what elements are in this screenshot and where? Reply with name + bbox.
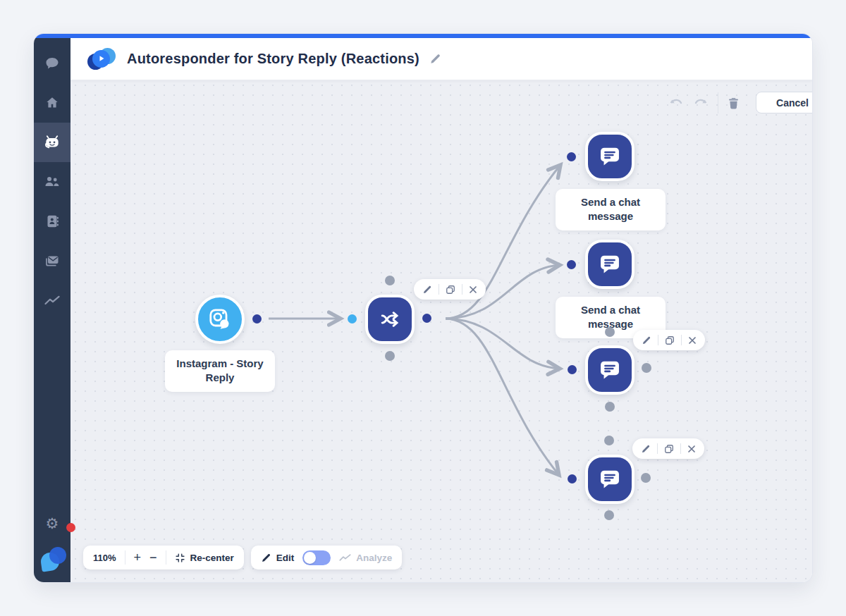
zoom-toolbar: 110% + − Re-center	[83, 546, 244, 569]
mail-icon	[45, 254, 59, 267]
chatbot-icon	[43, 133, 61, 152]
port-msg3-input[interactable]	[568, 365, 577, 374]
analyze-mode-button[interactable]: Analyze	[339, 553, 392, 563]
analyze-mode-label: Analyze	[356, 553, 392, 563]
port-msg4-top[interactable]	[604, 436, 614, 445]
duplicate-node-button[interactable]	[665, 335, 675, 345]
page-title: Autoresponder for Story Reply (Reactions…	[127, 51, 419, 67]
sidebar-item-settings[interactable]: ⚙	[34, 509, 70, 537]
instagram-story-reply-icon	[207, 307, 233, 332]
canvas-controls: Cancel	[668, 92, 812, 113]
toolbar-divider	[658, 335, 658, 345]
chat-message-icon	[597, 357, 623, 383]
edit-node-button[interactable]	[641, 444, 651, 454]
delete-node-button[interactable]	[687, 445, 696, 453]
edit-node-button[interactable]	[422, 285, 432, 295]
rename-flow-button[interactable]	[429, 53, 441, 65]
edit-mode-pencil-icon	[261, 553, 271, 563]
redo-icon	[693, 97, 709, 109]
recenter-button[interactable]: Re-center	[175, 553, 234, 563]
port-msg3-bottom[interactable]	[605, 402, 615, 412]
sidebar-item-customers[interactable]	[34, 162, 70, 202]
sidebar-item-contacts[interactable]	[34, 202, 70, 241]
recenter-icon	[175, 553, 185, 563]
node-send-message-1[interactable]	[585, 132, 634, 181]
duplicate-node-button[interactable]	[446, 285, 455, 295]
sidebar-item-conversations[interactable]	[34, 44, 70, 83]
chat-message-icon	[597, 252, 623, 277]
port-msg4-right[interactable]	[641, 473, 651, 483]
chat-bubble-icon	[45, 56, 59, 70]
close-icon	[688, 336, 697, 345]
port-randomizer-input[interactable]	[348, 314, 357, 324]
node-toolbar-msg4	[632, 438, 704, 459]
gear-icon: ⚙	[46, 516, 59, 531]
toolbar-divider	[439, 284, 439, 295]
people-icon	[44, 176, 60, 187]
delete-node-button[interactable]	[469, 285, 477, 294]
trash-icon	[728, 96, 740, 110]
delete-flow-button[interactable]	[728, 96, 740, 110]
node-send-message-2[interactable]	[585, 240, 634, 289]
sidebar-item-analytics[interactable]	[34, 281, 70, 320]
recenter-label: Re-center	[190, 553, 234, 563]
zoom-out-button[interactable]: −	[149, 551, 157, 564]
port-randomizer-bottom[interactable]	[385, 351, 395, 361]
port-msg3-top[interactable]	[605, 327, 615, 337]
controls-divider	[718, 92, 718, 113]
port-msg1-input[interactable]	[567, 152, 576, 161]
port-randomizer-output[interactable]	[422, 314, 431, 323]
toolbar-divider	[125, 550, 125, 565]
edit-pencil-icon	[429, 53, 441, 65]
port-trigger-output[interactable]	[252, 314, 262, 324]
port-randomizer-top[interactable]	[385, 276, 395, 285]
brand-logo-circle	[49, 547, 66, 564]
mode-toggle[interactable]	[302, 550, 331, 565]
zoom-level: 110%	[93, 553, 116, 563]
randomizer-shuffle-icon	[378, 307, 402, 331]
sidebar-item-home[interactable]	[34, 83, 70, 123]
node-label-msg1[interactable]: Send a chat message	[556, 189, 666, 230]
toggle-knob	[304, 552, 316, 564]
flow-type-logo	[87, 47, 117, 71]
node-send-message-4[interactable]	[585, 455, 634, 504]
analyze-chart-icon	[339, 553, 351, 562]
port-msg3-right[interactable]	[642, 363, 651, 373]
edit-mode-label: Edit	[276, 553, 295, 563]
undo-button[interactable]	[668, 97, 684, 109]
port-msg4-bottom[interactable]	[604, 510, 614, 520]
node-toolbar-msg3	[633, 330, 705, 350]
home-icon	[45, 96, 59, 110]
canvas-footer-toolbars: 110% + − Re-center	[83, 546, 402, 569]
play-icon	[98, 55, 105, 62]
zoom-in-button[interactable]: +	[134, 551, 142, 564]
node-instagram-trigger[interactable]	[195, 295, 245, 344]
port-msg2-input[interactable]	[567, 260, 576, 269]
node-randomizer[interactable]	[365, 295, 415, 344]
app-window: ⚙ Autoresponder for Story Reply	[34, 34, 812, 582]
pencil-icon	[642, 335, 651, 345]
toolbar-divider	[462, 284, 462, 295]
chat-message-icon	[597, 144, 623, 169]
node-label-trigger[interactable]: Instagram - Story Reply	[165, 350, 275, 392]
port-msg4-input[interactable]	[568, 474, 577, 483]
edit-mode-button[interactable]: Edit	[261, 553, 295, 563]
duplicate-icon	[446, 285, 455, 295]
duplicate-node-button[interactable]	[664, 444, 674, 454]
node-send-message-3[interactable]	[585, 345, 634, 395]
delete-node-button[interactable]	[688, 336, 697, 345]
edge-randomizer-msg3	[446, 319, 560, 369]
cancel-button[interactable]: Cancel	[756, 92, 812, 113]
toolbar-divider	[680, 443, 681, 454]
flow-canvas[interactable]: Instagram - Story Reply	[70, 80, 812, 582]
brand-logo[interactable]	[39, 546, 68, 574]
redo-button[interactable]	[693, 97, 709, 109]
close-icon	[687, 445, 696, 453]
contacts-icon	[45, 214, 59, 228]
close-icon	[469, 285, 477, 294]
logo-circle-play	[92, 50, 110, 68]
flow-header: Autoresponder for Story Reply (Reactions…	[70, 38, 812, 80]
sidebar-item-mail[interactable]	[34, 241, 70, 281]
sidebar-item-chatbots[interactable]	[34, 123, 70, 162]
edit-node-button[interactable]	[642, 335, 651, 345]
